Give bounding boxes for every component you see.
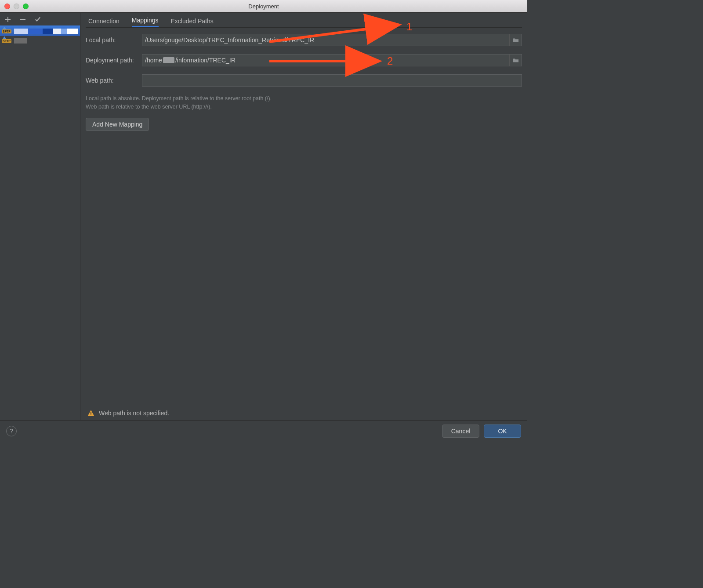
local-path-input[interactable] [142,34,509,46]
svg-rect-1 [5,19,11,20]
sftp-badge-icon: SFTP [2,29,11,33]
svg-rect-7 [91,412,91,414]
sidebar-toolbar [0,13,80,26]
ok-button[interactable]: OK [484,425,521,438]
server-sidebar: SFTP SFTP [0,13,80,420]
dialog-footer: ? Cancel OK [0,420,527,441]
deployment-path-label: Deployment path: [86,57,142,64]
add-new-mapping-button[interactable]: Add New Mapping [86,118,149,131]
server-list-item[interactable]: SFTP [0,26,80,36]
window-controls [4,4,29,9]
remove-icon[interactable] [19,16,26,23]
svg-rect-8 [91,414,91,415]
web-path-field [142,74,522,87]
warning-text: Web path is not specified. [99,410,169,417]
main-panel: Connection Mappings Excluded Paths Local… [80,13,527,420]
warning-icon [87,410,94,417]
cancel-button[interactable]: Cancel [442,425,479,438]
deployment-path-field: /home /information/TREC_IR [142,54,522,66]
browse-folder-icon[interactable] [509,34,522,46]
tab-excluded-paths[interactable]: Excluded Paths [171,18,214,27]
window-title: Deployment [248,3,279,10]
help-text: Local path is absolute. Deployment path … [86,94,522,112]
svg-rect-2 [20,19,25,20]
add-icon[interactable] [4,16,11,23]
warning-bar: Web path is not specified. [86,406,171,420]
help-icon[interactable]: ? [6,426,17,436]
apply-icon[interactable] [34,16,41,23]
window-close-icon[interactable] [4,4,10,9]
web-path-input[interactable] [142,75,522,86]
window-maximize-icon[interactable] [23,4,29,9]
local-path-label: Local path: [86,36,142,44]
sftp-badge-icon: SFTP [2,39,11,43]
tab-bar: Connection Mappings Excluded Paths [86,13,522,28]
tab-connection[interactable]: Connection [88,18,120,27]
web-path-label: Web path: [86,77,142,84]
server-list: SFTP SFTP [0,26,80,420]
local-path-field [142,34,522,46]
window-minimize-icon [14,4,19,9]
title-bar: Deployment [0,0,527,12]
server-list-item[interactable]: SFTP [0,36,80,46]
tab-mappings[interactable]: Mappings [132,17,159,27]
mappings-form: Local path: Deployment path: /home /info… [86,28,522,131]
